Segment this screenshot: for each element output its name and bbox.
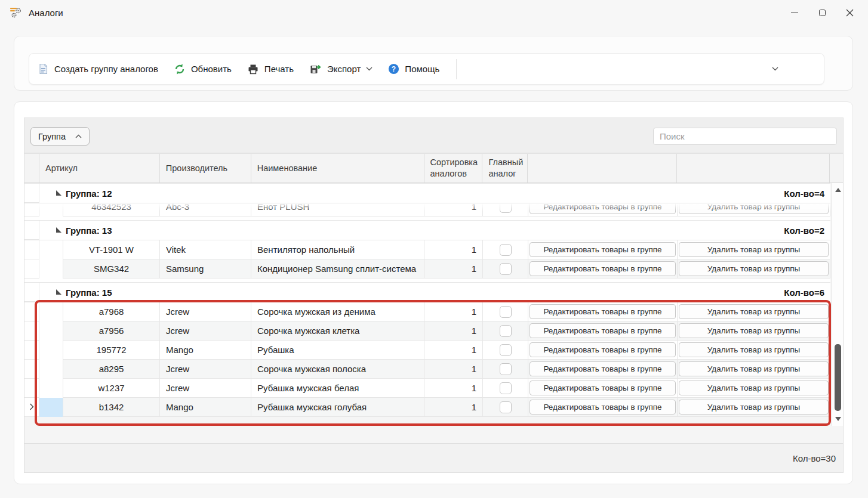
edit-products-in-group-button[interactable]: Редактировать товары в группе	[530, 304, 676, 319]
remove-product-from-group-button[interactable]: Удалить товар из группы	[679, 304, 829, 319]
table-row-46342523[interactable]: 46342523Abc-3Енот PLUSH1Редактировать то…	[24, 203, 830, 216]
cell-name: Рубашка мужская белая	[251, 379, 424, 398]
remove-product-from-group-button[interactable]: Удалить товар из группы	[679, 242, 829, 257]
group-by-label: Группа	[38, 132, 66, 141]
group-row-1[interactable]: Группа: 12Кол-во=4	[24, 183, 830, 203]
remove-product-from-group-button[interactable]: Удалить товар из группы	[679, 203, 829, 214]
cell-name: Енот PLUSH	[251, 203, 424, 216]
cell-articul: a8295	[63, 360, 160, 379]
table-row-a7956[interactable]: a7956JcrewСорочка мужская клетка1Редакти…	[24, 321, 830, 341]
table-row-a8295[interactable]: a8295JcrewСорочка мужская полоска1Редакт…	[24, 360, 830, 379]
remove-product-from-group-button[interactable]: Удалить товар из группы	[679, 342, 829, 357]
cell-articul: w1237	[63, 379, 160, 398]
header-cell-name[interactable]: Наименование	[251, 154, 424, 183]
table-row-b1342[interactable]: b1342MangoРубашка мужская голубая1Редакт…	[24, 398, 830, 417]
header-cell-articul[interactable]: Артикул	[39, 154, 160, 183]
row-indicator-cell	[24, 221, 39, 240]
cell-articul-value: a7968	[99, 307, 124, 317]
remove-product-from-group-button[interactable]: Удалить товар из группы	[679, 361, 829, 376]
cell-name-value: Рубашка мужская белая	[257, 383, 359, 393]
group-expand-icon[interactable]	[56, 190, 61, 196]
cell-manufacturer-value: Abc-3	[166, 203, 189, 212]
cell-articul-value: 46342523	[91, 203, 131, 212]
main-analog-checkbox[interactable]	[500, 306, 512, 318]
cell-remove-action: Удалить товар из группы	[678, 398, 830, 417]
table-row-a7968[interactable]: a7968JcrewСорочка мужская из денима1Реда…	[24, 302, 830, 321]
group-indent-cell	[39, 379, 63, 398]
cell-edit-action: Редактировать товары в группе	[528, 398, 678, 417]
cell-manufacturer-value: Jcrew	[166, 307, 189, 317]
edit-products-in-group-button[interactable]: Редактировать товары в группе	[530, 323, 676, 338]
toolbar-button-2[interactable]: Обновить	[174, 63, 232, 75]
scroll-up-icon[interactable]	[835, 188, 841, 192]
group-row-2[interactable]: Группа: 13Кол-во=2	[24, 220, 830, 240]
cell-sort-order-value: 1	[472, 307, 476, 317]
scrollbar-thumb[interactable]	[835, 344, 841, 411]
row-indicator-cell	[24, 379, 39, 398]
main-analog-checkbox[interactable]	[500, 263, 512, 275]
edit-products-in-group-button[interactable]: Редактировать товары в группе	[530, 261, 676, 276]
group-indent-cell	[39, 360, 63, 379]
edit-products-in-group-button[interactable]: Редактировать товары в группе	[530, 203, 676, 214]
help-icon: ?	[388, 63, 399, 75]
cell-name: Сорочка мужская полоска	[251, 360, 424, 379]
edit-products-in-group-button[interactable]: Редактировать товары в группе	[530, 342, 676, 357]
edit-products-in-group-button[interactable]: Редактировать товары в группе	[530, 361, 676, 376]
remove-product-from-group-button[interactable]: Удалить товар из группы	[679, 261, 829, 276]
main-analog-checkbox[interactable]	[500, 344, 512, 356]
remove-product-from-group-button[interactable]: Удалить товар из группы	[679, 323, 829, 338]
main-analog-checkbox[interactable]	[500, 382, 512, 394]
cell-articul: VT-1901 W	[63, 240, 160, 259]
header-cell-sort-order[interactable]: Сортировка аналогов	[424, 154, 483, 183]
toolbar-button-5[interactable]: ?Помощь	[388, 63, 439, 75]
main-analog-checkbox[interactable]	[500, 363, 512, 375]
group-row-3[interactable]: Группа: 15Кол-во=6	[24, 282, 830, 302]
group-expand-icon[interactable]	[56, 227, 61, 233]
vertical-scrollbar[interactable]	[832, 183, 843, 426]
cell-name: Рубашка мужская голубая	[251, 398, 424, 417]
minimize-button[interactable]	[781, 0, 808, 25]
maximize-button[interactable]	[808, 0, 836, 25]
toolbar-button-1[interactable]: Создать группу аналогов	[38, 63, 158, 75]
search-input[interactable]	[653, 128, 837, 145]
table-row-195772[interactable]: 195772MangoРубашка1Редактировать товары …	[24, 341, 830, 360]
scroll-down-icon[interactable]	[835, 417, 841, 421]
header-cell-main-analog[interactable]: Главный аналог	[482, 154, 528, 183]
group-by-chip[interactable]: Группа	[30, 127, 90, 146]
toolbar-overflow-button[interactable]	[772, 67, 778, 71]
cell-main-analog	[483, 341, 528, 360]
toolbar-button-label: Печать	[264, 64, 294, 74]
main-analog-checkbox[interactable]	[500, 244, 512, 256]
cell-manufacturer-value: Mango	[166, 345, 193, 355]
cell-articul-value: 195772	[96, 345, 126, 355]
group-expand-icon[interactable]	[56, 289, 61, 295]
cell-sort-order-value: 1	[472, 264, 476, 274]
cell-main-analog	[483, 398, 528, 417]
row-cells: SMG342SamsungКондиционер Samsung сплит-с…	[24, 259, 830, 279]
group-row-content: Группа: 15Кол-во=6	[39, 283, 830, 302]
cell-manufacturer-value: Jcrew	[166, 364, 189, 374]
row-cells: 195772MangoРубашка1Редактировать товары …	[24, 341, 830, 360]
main-analog-checkbox[interactable]	[500, 325, 512, 337]
edit-products-in-group-button[interactable]: Редактировать товары в группе	[530, 400, 676, 415]
main-analog-checkbox[interactable]	[500, 401, 512, 413]
cell-articul: 195772	[63, 341, 160, 360]
remove-product-from-group-button[interactable]: Удалить товар из группы	[679, 381, 829, 395]
edit-products-in-group-button[interactable]: Редактировать товары в группе	[530, 381, 676, 395]
toolbar-button-4[interactable]: Экспорт	[309, 63, 373, 75]
header-cell-scroll-corner	[830, 154, 843, 183]
cell-manufacturer: Jcrew	[160, 321, 251, 341]
table-row-w1237[interactable]: w1237JcrewРубашка мужская белая1Редактир…	[24, 379, 830, 398]
close-button[interactable]	[836, 0, 863, 25]
row-indicator-cell	[24, 321, 39, 341]
table-row-VT-1901 W[interactable]: VT-1901 WVitekВентилятор напольный1Редак…	[24, 240, 830, 259]
cell-manufacturer: Mango	[160, 398, 251, 417]
main-analog-checkbox[interactable]	[500, 203, 512, 213]
edit-products-in-group-button[interactable]: Редактировать товары в группе	[530, 242, 676, 257]
remove-product-from-group-button[interactable]: Удалить товар из группы	[679, 400, 829, 415]
row-cells: w1237JcrewРубашка мужская белая1Редактир…	[24, 379, 830, 398]
header-cell-manufacturer[interactable]: Производитель	[160, 154, 251, 183]
table-row-SMG342[interactable]: SMG342SamsungКондиционер Samsung сплит-с…	[24, 259, 830, 279]
cell-name-value: Сорочка мужская полоска	[257, 364, 366, 374]
toolbar-button-3[interactable]: Печать	[247, 63, 294, 75]
